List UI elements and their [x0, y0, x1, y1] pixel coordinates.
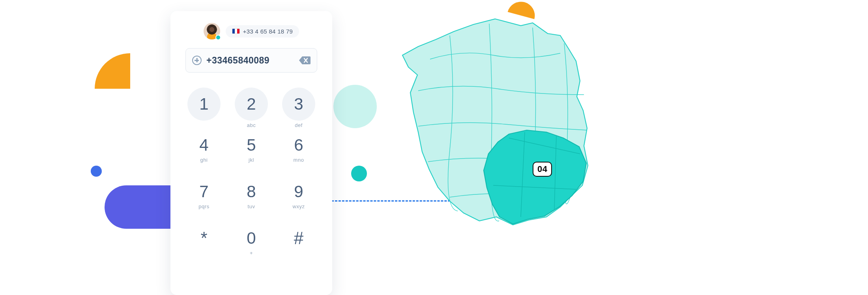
deco-teal-dot	[351, 166, 367, 181]
dialer-header: +33 4 65 84 18 79	[185, 23, 317, 39]
deco-orange-quarter	[95, 53, 130, 89]
france-map: 04	[391, 12, 612, 233]
key-4[interactable]: 4ghi	[185, 134, 223, 177]
backspace-icon[interactable]	[299, 56, 311, 65]
key-8[interactable]: 8tuv	[233, 181, 270, 223]
key-digit: 4	[199, 137, 208, 153]
key-letters: jkl	[249, 157, 254, 163]
key-7[interactable]: 7pqrs	[185, 181, 223, 223]
avatar[interactable]	[204, 23, 220, 39]
key-5[interactable]: 5jkl	[233, 134, 270, 177]
key-digit: 6	[294, 137, 303, 153]
key-digit: 9	[294, 183, 303, 200]
key-digit: 0	[247, 230, 256, 246]
key-star[interactable]: *	[185, 227, 223, 270]
current-number-badge[interactable]: +33 4 65 84 18 79	[226, 25, 299, 37]
key-digit: *	[200, 230, 207, 247]
dial-number-field[interactable]: +33465840089	[185, 48, 317, 73]
key-2[interactable]: 2abc	[233, 88, 270, 130]
key-letters: tuv	[248, 204, 255, 209]
key-letters: def	[295, 122, 303, 128]
key-digit: #	[294, 230, 303, 247]
region-badge-04: 04	[533, 162, 552, 177]
deco-blue-dot	[91, 166, 102, 177]
key-digit: 7	[199, 183, 208, 200]
key-digit: 2	[247, 96, 256, 112]
key-digit: 1	[199, 96, 208, 112]
key-digit: 5	[247, 137, 256, 153]
key-digit: 8	[247, 183, 256, 200]
add-contact-icon[interactable]	[192, 56, 202, 65]
key-3[interactable]: 3def	[280, 88, 317, 130]
key-letters: +	[250, 250, 253, 256]
key-letters: mno	[294, 157, 304, 163]
key-letters: ghi	[200, 157, 208, 163]
dialer-card: +33 4 65 84 18 79 +33465840089 1 2abc 3d…	[170, 11, 332, 295]
keypad: 1 2abc 3def 4ghi 5jkl 6mno 7pqrs 8tuv 9w…	[185, 88, 317, 270]
key-letters: wxyz	[293, 204, 305, 209]
key-letters: abc	[247, 122, 256, 128]
key-0[interactable]: 0+	[233, 227, 270, 270]
dial-number-value: +33465840089	[206, 55, 269, 66]
key-9[interactable]: 9wxyz	[280, 181, 317, 223]
flag-france-icon	[232, 28, 240, 34]
key-digit: 3	[294, 96, 303, 112]
key-letters: pqrs	[198, 204, 209, 209]
presence-online-icon	[215, 35, 221, 40]
deco-mint-circle	[333, 85, 377, 128]
current-number-text: +33 4 65 84 18 79	[243, 28, 293, 35]
stage: +33 4 65 84 18 79 +33465840089 1 2abc 3d…	[0, 0, 868, 295]
key-hash[interactable]: #	[280, 227, 317, 270]
map-highlight-04	[484, 130, 586, 224]
key-1[interactable]: 1	[185, 88, 223, 130]
key-6[interactable]: 6mno	[280, 134, 317, 177]
